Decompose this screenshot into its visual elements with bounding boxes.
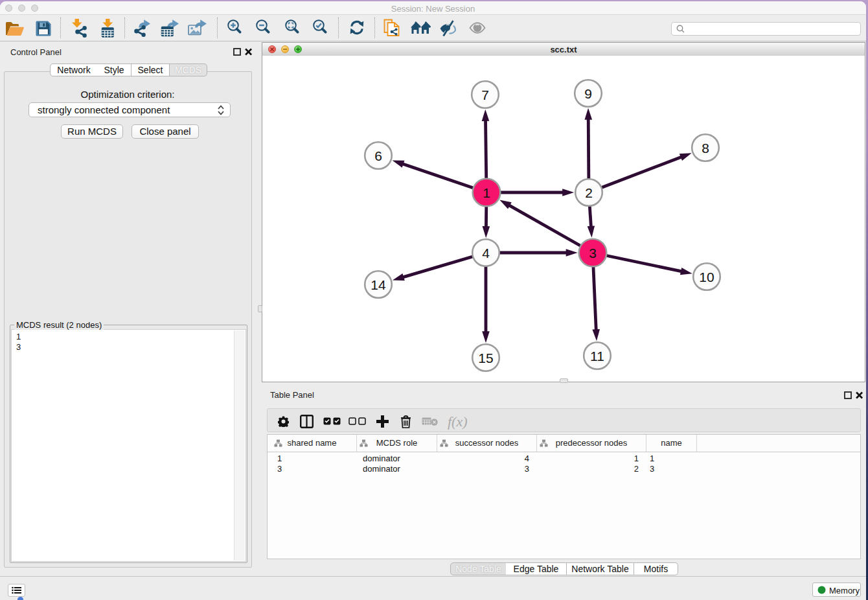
svg-text:8: 8	[702, 141, 709, 156]
svg-text:9: 9	[584, 86, 592, 101]
svg-text:10: 10	[699, 270, 714, 284]
svg-text:6: 6	[374, 148, 382, 163]
svg-text:1: 1	[483, 185, 490, 200]
svg-text:3: 3	[589, 246, 597, 260]
svg-text:4: 4	[482, 246, 490, 260]
svg-text:2: 2	[585, 185, 593, 200]
svg-text:15: 15	[478, 351, 493, 365]
svg-text:14: 14	[371, 277, 386, 292]
svg-text:11: 11	[590, 349, 604, 363]
svg-text:7: 7	[481, 87, 489, 102]
